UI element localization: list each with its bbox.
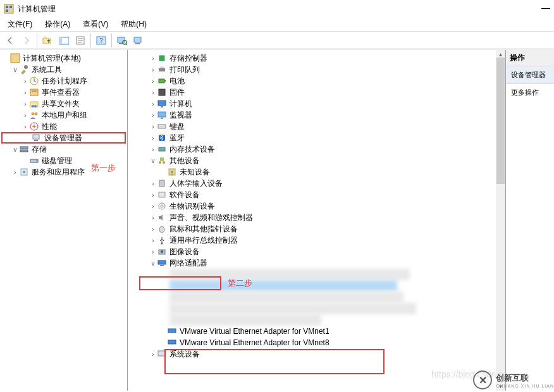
up-button[interactable]: [40, 33, 55, 48]
svg-rect-18: [135, 43, 140, 44]
svg-rect-17: [134, 37, 141, 42]
node-firmware[interactable]: ›固件: [128, 87, 496, 98]
node-bluetooth[interactable]: ›蓝牙: [128, 132, 496, 144]
node-software-devices[interactable]: ›软件设备: [128, 189, 496, 200]
svg-point-61: [161, 243, 163, 245]
node-network-item-blurred[interactable]: [169, 303, 416, 314]
node-network-adapters[interactable]: v网络适配器: [128, 257, 496, 269]
tree-label: 任务计划程序: [42, 76, 87, 87]
node-battery[interactable]: ›电池: [128, 75, 496, 87]
svg-rect-50: [159, 147, 165, 151]
device-tree[interactable]: ›存储控制器 ›打印队列 ›电池 ›固件 ›计算机 ›监视器 ›键盘 ›蓝牙 ›…: [128, 50, 496, 391]
actions-pane: 操作 设备管理器 更多操作: [506, 50, 554, 391]
battery-icon: [157, 76, 167, 86]
node-label: 声音、视频和游戏控制器: [169, 212, 253, 223]
svg-rect-24: [30, 102, 38, 107]
tree-device-manager[interactable]: 设备管理器: [1, 132, 126, 144]
node-label: VMware Virtual Ethernet Adapter for VMne…: [180, 338, 329, 347]
tree-root-computer-mgmt[interactable]: 计算机管理(本地): [0, 52, 127, 64]
node-print-queues[interactable]: ›打印队列: [128, 64, 496, 75]
left-tree-pane[interactable]: 计算机管理(本地) v系统工具 ›任务计划程序 ›事件查看器 ›共享文件夹 ›本…: [0, 50, 128, 391]
node-sound[interactable]: ›声音、视频和游戏控制器: [128, 212, 496, 223]
back-button[interactable]: [3, 33, 18, 48]
tree-label: 服务和应用程序: [32, 167, 85, 178]
tree-shared-folders[interactable]: ›共享文件夹: [0, 98, 127, 109]
minimize-button[interactable]: —: [541, 3, 550, 13]
network-adapter-icon: [167, 338, 177, 348]
performance-icon: [29, 121, 39, 132]
toolbar-separator: [90, 34, 91, 47]
tree-task-scheduler[interactable]: ›任务计划程序: [0, 75, 127, 87]
node-imaging[interactable]: ›图像设备: [128, 246, 496, 257]
svg-point-60: [159, 226, 164, 233]
app-icon: [4, 4, 14, 14]
node-label: 未知设备: [180, 167, 210, 178]
software-icon: [157, 190, 167, 200]
tree-system-tools[interactable]: v系统工具: [0, 64, 127, 75]
node-memory-tech[interactable]: ›内存技术设备: [128, 144, 496, 155]
node-label: 蓝牙: [169, 133, 185, 144]
svg-rect-56: [159, 180, 164, 187]
refresh-button[interactable]: [131, 33, 146, 48]
node-label: 打印队列: [169, 64, 200, 75]
node-storage-controllers[interactable]: ›存储控制器: [128, 52, 496, 64]
other-devices-icon: [157, 156, 167, 166]
node-network-item-blurred[interactable]: [169, 314, 321, 326]
node-label: 图像设备: [169, 247, 200, 257]
svg-rect-38: [159, 56, 164, 61]
tree-local-users[interactable]: ›本地用户和组: [0, 109, 127, 121]
tree-storage[interactable]: v存储: [0, 144, 127, 155]
menu-help[interactable]: 帮助(H): [116, 18, 152, 31]
node-network-item-blurred[interactable]: [169, 269, 410, 280]
toolbar: ?: [0, 32, 554, 49]
scan-button[interactable]: [114, 33, 130, 48]
tree-performance[interactable]: ›性能: [0, 121, 127, 132]
menu-file[interactable]: 文件(F): [3, 18, 37, 31]
svg-rect-39: [159, 68, 165, 71]
properties-button[interactable]: [73, 33, 88, 48]
node-keyboard[interactable]: ›键盘: [128, 121, 496, 132]
svg-rect-57: [159, 192, 165, 197]
center-device-tree-pane: ›存储控制器 ›打印队列 ›电池 ›固件 ›计算机 ›监视器 ›键盘 ›蓝牙 ›…: [128, 50, 506, 391]
node-vmnet8[interactable]: VMware Virtual Ethernet Adapter for VMne…: [128, 337, 496, 348]
node-system-devices[interactable]: ›系统设备: [128, 348, 496, 360]
node-label: 存储控制器: [169, 53, 207, 64]
memory-icon: [157, 144, 167, 154]
node-network-item-blurred[interactable]: [169, 291, 403, 303]
actions-context[interactable]: 设备管理器: [506, 66, 554, 84]
forward-button[interactable]: [19, 33, 34, 48]
bluetooth-icon: [157, 133, 167, 143]
svg-rect-32: [20, 147, 28, 149]
node-hid[interactable]: ›人体学输入设备: [128, 178, 496, 189]
menu-action[interactable]: 操作(A): [40, 18, 75, 31]
tree-event-viewer[interactable]: ›事件查看器: [0, 87, 127, 98]
node-label: 网络适配器: [169, 258, 207, 269]
keyboard-icon: [157, 121, 167, 132]
svg-rect-22: [30, 89, 38, 95]
node-vmnet1[interactable]: VMware Virtual Ethernet Adapter for VMne…: [128, 326, 496, 337]
node-usb[interactable]: ›通用串行总线控制器: [128, 235, 496, 246]
node-network-item-selected-blurred[interactable]: [169, 280, 397, 291]
tree-label: 性能: [42, 121, 57, 132]
actions-more[interactable]: 更多操作: [506, 84, 554, 101]
menu-view[interactable]: 查看(V): [78, 18, 113, 31]
imaging-icon: [157, 247, 167, 257]
node-other-devices[interactable]: v其他设备: [128, 155, 496, 166]
hid-icon: [157, 178, 167, 188]
shared-folder-icon: [29, 99, 39, 109]
window-title: 计算机管理: [18, 4, 56, 15]
node-monitor[interactable]: ›监视器: [128, 109, 496, 121]
printer-icon: [157, 64, 167, 75]
node-biometric[interactable]: ›生物识别设备: [128, 200, 496, 212]
node-computer[interactable]: ›计算机: [128, 98, 496, 109]
storage-icon: [19, 144, 29, 154]
vertical-scrollbar[interactable]: ▲ ▼: [496, 50, 505, 391]
show-hide-tree-button[interactable]: [56, 33, 71, 48]
tree-label: 本地用户和组: [42, 110, 87, 121]
node-mouse[interactable]: ›鼠标和其他指针设备: [128, 223, 496, 235]
help-button[interactable]: ?: [94, 33, 109, 48]
scroll-thumb[interactable]: [496, 58, 505, 184]
menu-bar: 文件(F) 操作(A) 查看(V) 帮助(H): [0, 18, 554, 32]
node-unknown-device[interactable]: !未知设备: [128, 166, 496, 178]
svg-rect-53: [160, 157, 164, 161]
